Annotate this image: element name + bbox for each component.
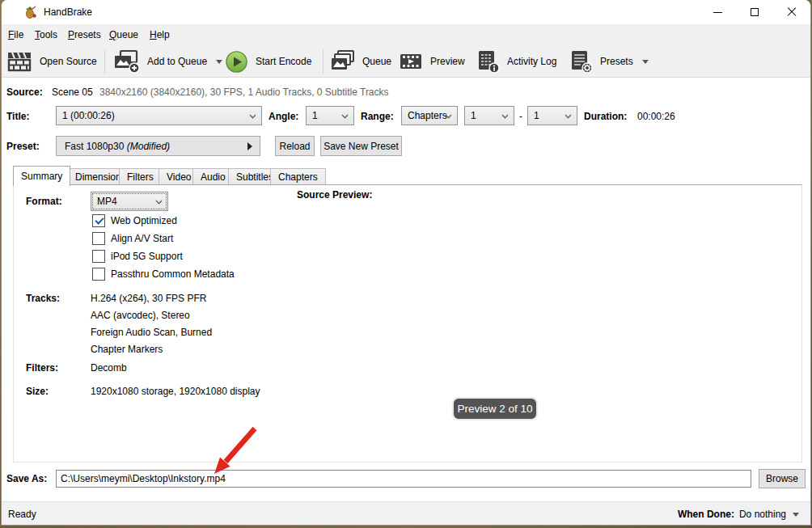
ipod-5g-support-checkbox[interactable]: iPod 5G Support: [92, 250, 183, 263]
menu-queue[interactable]: Queue: [109, 29, 138, 40]
queue-label: Queue: [362, 56, 391, 67]
window-title: HandBrake: [44, 6, 92, 18]
chevron-down-icon: [642, 60, 649, 64]
checkbox-label: iPod 5G Support: [111, 251, 183, 262]
maximize-button[interactable]: [736, 0, 773, 24]
preset-select-button[interactable]: Fast 1080p30 (Modified): [56, 136, 260, 156]
reload-label: Reload: [279, 141, 310, 152]
source-details: 3840x2160 (3840x2160), 30 FPS, 1 Audio T…: [99, 87, 389, 98]
range-label: Range:: [361, 111, 394, 122]
track-item: Foreign Audio Scan, Burned: [91, 327, 212, 338]
filters-label: Filters:: [26, 362, 58, 374]
preview-button[interactable]: Preview: [399, 47, 465, 76]
tab-label: Summary: [21, 171, 62, 182]
align-av-start-checkbox[interactable]: Align A/V Start: [92, 232, 173, 245]
source-preview-label: Source Preview:: [297, 189, 372, 201]
duration-label: Duration:: [584, 111, 627, 122]
activity-log-button[interactable]: Activity Log: [476, 47, 556, 76]
reload-button[interactable]: Reload: [275, 136, 315, 156]
menu-tools[interactable]: Tools: [35, 29, 57, 40]
chevron-down-icon: [793, 513, 799, 517]
checkbox-label: Web Optimized: [111, 215, 177, 226]
toolbar: Open Source Add to Queue: [2, 45, 810, 78]
tab-summary[interactable]: Summary: [13, 166, 70, 186]
angle-label: Angle:: [269, 111, 298, 122]
format-label: Format:: [26, 196, 62, 207]
when-done-control[interactable]: When Done: Do nothing: [678, 509, 799, 520]
when-done-label: When Done:: [678, 509, 734, 520]
queue-icon: [329, 50, 355, 74]
chevron-down-icon: [501, 114, 509, 119]
track-item: Chapter Markers: [91, 344, 163, 355]
track-item: H.264 (x264), 30 FPS PFR: [91, 293, 206, 304]
chevron-right-icon: [247, 142, 252, 150]
tab-chapters[interactable]: Chapters: [270, 168, 326, 185]
menu-help[interactable]: Help: [150, 29, 170, 40]
presets-label: Presets: [600, 56, 633, 67]
add-to-queue-label: Add to Queue: [147, 56, 207, 67]
source-label: Source:: [6, 87, 43, 98]
open-source-button[interactable]: Open Source: [7, 47, 97, 76]
chapter-start-value: 1: [471, 110, 476, 121]
menu-file[interactable]: File: [8, 29, 23, 40]
filters-value: Decomb: [91, 362, 127, 374]
checkbox-icon: [92, 232, 105, 245]
range-dash: -: [519, 111, 522, 122]
menu-bar: File Tools Presets Queue Help: [2, 24, 810, 45]
maximize-icon: [751, 8, 759, 16]
save-new-preset-label: Save New Preset: [324, 141, 399, 152]
status-bar: Ready When Done: Do nothing: [2, 501, 810, 526]
save-as-input[interactable]: [56, 470, 751, 488]
format-select[interactable]: MP4: [91, 192, 168, 211]
checkbox-label: Passthru Common Metadata: [111, 268, 235, 280]
preview-count-badge: Preview 2 of 10: [452, 397, 538, 420]
preset-label: Preset:: [6, 141, 40, 152]
activity-log-icon: [476, 49, 500, 74]
chevron-down-icon: [249, 114, 256, 119]
window-controls: [699, 0, 810, 24]
size-label: Size:: [26, 386, 49, 397]
add-to-queue-button[interactable]: Add to Queue: [113, 47, 222, 76]
queue-button[interactable]: Queue: [329, 47, 391, 76]
preset-modified-flag: (Modified): [127, 141, 170, 152]
minimize-button[interactable]: [699, 0, 736, 24]
start-encode-play-icon: [225, 50, 248, 74]
clapperboard-icon: [7, 50, 32, 74]
tab-filters[interactable]: Filters: [119, 168, 162, 185]
chapter-end-value: 1: [534, 110, 539, 121]
title-bar: HandBrake: [2, 0, 810, 24]
start-encode-label: Start Encode: [256, 56, 311, 67]
toolbar-separator: [323, 49, 324, 74]
range-type-value: Chapters: [408, 110, 447, 121]
web-optimized-checkbox[interactable]: Web Optimized: [92, 214, 177, 227]
chevron-down-icon: [155, 200, 163, 205]
save-new-preset-button[interactable]: Save New Preset: [320, 136, 402, 156]
title-select[interactable]: 1 (00:00:26): [56, 106, 262, 125]
checkbox-icon: [92, 214, 105, 227]
menu-presets[interactable]: Presets: [68, 29, 101, 40]
chapter-end-select[interactable]: 1: [527, 106, 577, 125]
add-to-queue-icon: [113, 49, 140, 74]
close-button[interactable]: [773, 0, 810, 24]
open-source-label: Open Source: [40, 56, 97, 67]
browse-button[interactable]: Browse: [759, 469, 806, 488]
minimize-icon: [713, 12, 722, 13]
tracks-label: Tracks:: [26, 293, 60, 304]
presets-button[interactable]: Presets: [569, 47, 649, 76]
checkbox-icon: [92, 250, 105, 263]
source-name: Scene 05: [52, 87, 93, 98]
chapter-start-select[interactable]: 1: [464, 106, 514, 125]
chevron-down-icon: [565, 114, 572, 119]
presets-icon: [569, 49, 593, 74]
range-type-select[interactable]: Chapters: [401, 106, 458, 125]
tab-label: Audio: [201, 171, 226, 183]
track-item: AAC (avcodec), Stereo: [91, 310, 190, 321]
handbrake-window: HandBrake File Tools Presets Queue Help: [1, 0, 811, 526]
checkbox-icon: [92, 268, 105, 281]
passthru-metadata-checkbox[interactable]: Passthru Common Metadata: [92, 268, 235, 281]
when-done-value: Do nothing: [739, 509, 786, 520]
activity-log-label: Activity Log: [507, 56, 556, 67]
start-encode-button[interactable]: Start Encode: [225, 47, 311, 76]
angle-select[interactable]: 1: [306, 106, 354, 125]
close-icon: [787, 7, 797, 17]
